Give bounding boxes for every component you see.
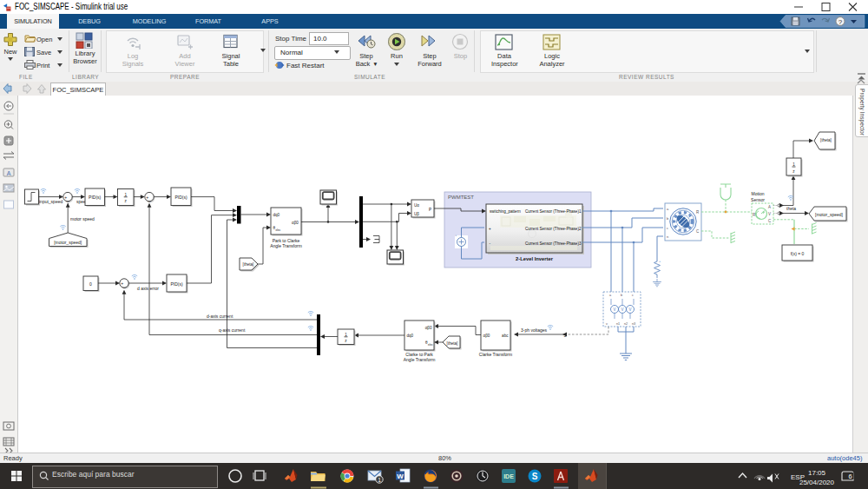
svg-text:switching_pattern: switching_pattern xyxy=(490,209,521,214)
svg-text:V: V xyxy=(621,307,623,312)
svg-text:IDE: IDE xyxy=(503,473,514,479)
svg-text:n3: n3 xyxy=(632,322,635,326)
svg-text:1: 1 xyxy=(124,193,127,197)
svg-text:_: _ xyxy=(148,197,151,202)
svg-text:3-ph voltages: 3-ph voltages xyxy=(521,327,548,333)
svg-text:PID(s): PID(s) xyxy=(174,195,187,200)
svg-text:αβ0: αβ0 xyxy=(292,221,299,225)
svg-text:PWMTEST: PWMTEST xyxy=(448,195,474,200)
svg-text:Current Sensor (Three-Phase)1: Current Sensor (Three-Phase)1 xyxy=(525,209,582,214)
svg-text:17:05: 17:05 xyxy=(808,469,826,477)
svg-text:Sensor: Sensor xyxy=(751,197,765,202)
svg-text:n1: n1 xyxy=(616,322,620,326)
svg-text:1: 1 xyxy=(792,162,795,167)
svg-text:Motion: Motion xyxy=(751,191,764,196)
svg-text:V: V xyxy=(628,307,631,312)
svg-text:_: _ xyxy=(122,283,126,288)
svg-text:Angle Transform: Angle Transform xyxy=(270,243,302,248)
svg-text:d-axis current: d-axis current xyxy=(207,314,233,319)
svg-text:+: + xyxy=(489,227,491,231)
svg-text:Current Sensor (Three-Phase)2: Current Sensor (Three-Phase)2 xyxy=(525,227,582,231)
svg-text:Angle Transform: Angle Transform xyxy=(404,357,436,362)
svg-text:1: 1 xyxy=(345,333,347,337)
svg-text:?: ? xyxy=(838,18,843,26)
svg-text:[theta]: [theta] xyxy=(820,138,832,142)
svg-text:c: c xyxy=(632,294,634,297)
svg-text:b: b xyxy=(621,294,622,297)
svg-text:dq0: dq0 xyxy=(407,334,414,338)
svg-text:theta: theta xyxy=(786,206,796,211)
svg-text:PID(s): PID(s) xyxy=(89,195,102,200)
svg-text:abc: abc xyxy=(502,334,509,338)
svg-text:Current Sensor (Three-Phase)3: Current Sensor (Three-Phase)3 xyxy=(525,241,582,246)
svg-text:V: V xyxy=(768,212,771,216)
svg-text:f(x) = 0: f(x) = 0 xyxy=(791,251,805,256)
svg-text:Clarke to Park: Clarke to Park xyxy=(405,352,433,357)
svg-text:P: P xyxy=(429,208,431,212)
svg-text:αβ0: αβ0 xyxy=(425,326,432,330)
svg-text:Clarke Transform: Clarke Transform xyxy=(479,352,512,357)
svg-text:V: V xyxy=(613,307,615,312)
svg-text:[motor_speed]: [motor_speed] xyxy=(815,212,844,217)
svg-text:W: W xyxy=(397,472,404,480)
svg-text:_: _ xyxy=(66,197,69,202)
svg-text:1: 1 xyxy=(378,477,381,483)
svg-text:d axis error: d axis error xyxy=(137,286,159,291)
svg-text:elec: elec xyxy=(428,343,433,347)
svg-text:PID(s): PID(s) xyxy=(170,281,183,287)
svg-text:dq0: dq0 xyxy=(273,213,280,217)
svg-text:Uα: Uα xyxy=(414,203,419,208)
svg-text:v: v xyxy=(606,322,608,326)
svg-text:[motor_speed]: [motor_speed] xyxy=(54,240,82,245)
svg-text:S: S xyxy=(532,472,538,481)
svg-text:q-axis current: q-axis current xyxy=(219,327,246,333)
svg-text:6: 6 xyxy=(848,472,852,480)
svg-text:25/04/2020: 25/04/2020 xyxy=(799,479,835,486)
svg-text:Uβ: Uβ xyxy=(414,212,419,216)
svg-text:A: A xyxy=(768,205,771,209)
svg-text:+: + xyxy=(659,259,661,263)
svg-text:c: c xyxy=(667,226,668,230)
svg-text:αβ0: αβ0 xyxy=(483,334,490,338)
svg-text:0: 0 xyxy=(89,281,92,287)
svg-text:[theta]: [theta] xyxy=(243,262,254,267)
svg-text:n2: n2 xyxy=(624,322,628,326)
svg-text:n: n xyxy=(667,235,668,239)
svg-text:A: A xyxy=(7,170,11,176)
svg-text:3: 3 xyxy=(564,333,567,338)
svg-text:[theta]: [theta] xyxy=(447,341,458,346)
svg-text:motor speed: motor speed xyxy=(70,216,95,221)
svg-text:2-Level Inverter: 2-Level Inverter xyxy=(516,256,554,261)
svg-text:elec: elec xyxy=(276,228,281,232)
svg-text:input_speed: input_speed xyxy=(39,199,62,204)
svg-text:Park to Clarke: Park to Clarke xyxy=(273,238,300,243)
